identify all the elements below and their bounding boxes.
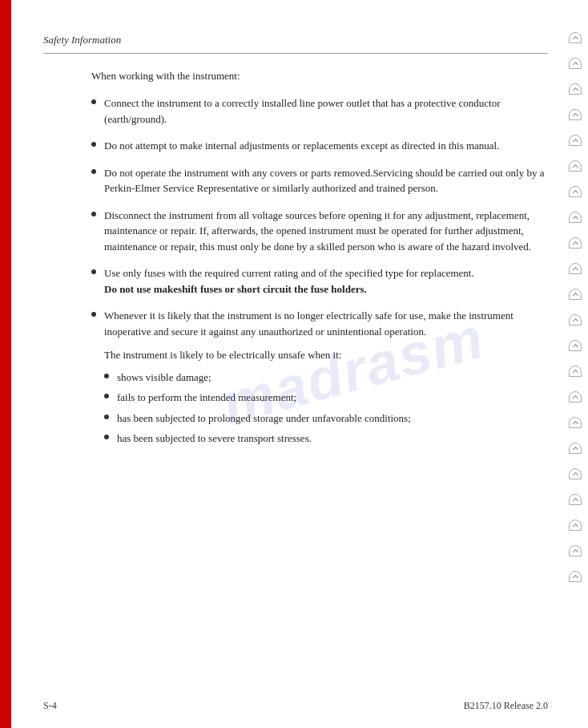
list-item: Disconnect the instrument from all volta… bbox=[91, 208, 548, 255]
bullet-text-4: Disconnect the instrument from all volta… bbox=[104, 208, 548, 255]
bullet-dot-4 bbox=[91, 212, 96, 216]
scroll-mark-20[interactable] bbox=[569, 520, 582, 531]
list-item: shows visible damage; bbox=[104, 370, 548, 386]
scroll-mark-22[interactable] bbox=[569, 571, 582, 582]
bullet-text-6-normal: Whenever it is likely that the instrumen… bbox=[104, 309, 513, 338]
page-container: Safety Information When working with the… bbox=[0, 0, 588, 728]
scroll-mark-13[interactable] bbox=[569, 340, 582, 351]
list-item: Use only fuses with the required current… bbox=[91, 265, 548, 297]
scroll-mark-8[interactable] bbox=[569, 212, 582, 223]
list-item: Do not attempt to make internal adjustme… bbox=[91, 138, 548, 154]
scroll-mark-9[interactable] bbox=[569, 237, 582, 249]
red-bar bbox=[0, 0, 11, 728]
footer-section: S-4 B2157.10 Release 2.0 bbox=[43, 700, 548, 712]
sub-bullet-dot-3 bbox=[104, 415, 109, 419]
scroll-mark-4[interactable] bbox=[569, 109, 582, 120]
bullet-text-5-bold: Do not use makeshift fuses or short circ… bbox=[104, 283, 367, 295]
sub-bullet-dot-4 bbox=[104, 435, 109, 439]
scroll-mark-10[interactable] bbox=[569, 263, 582, 274]
list-item: has been subjected to severe transport s… bbox=[104, 431, 548, 447]
page-content: Safety Information When working with the… bbox=[11, 0, 588, 728]
sub-bullet-list: shows visible damage; fails to perform t… bbox=[104, 370, 548, 447]
bullet-text-6: Whenever it is likely that the instrumen… bbox=[104, 308, 548, 451]
scroll-mark-15[interactable] bbox=[569, 391, 582, 402]
scroll-mark-3[interactable] bbox=[569, 83, 582, 95]
list-item: Do not operate the instrument with any c… bbox=[91, 165, 548, 196]
scroll-mark-1[interactable] bbox=[569, 32, 582, 43]
bullet-dot-6 bbox=[91, 312, 96, 317]
scroll-mark-6[interactable] bbox=[569, 160, 582, 172]
bullet-text-3: Do not operate the instrument with any c… bbox=[104, 165, 548, 196]
page-title: Safety Information bbox=[43, 34, 121, 46]
intro-text: When working with the instrument: bbox=[91, 70, 548, 83]
scroll-mark-2[interactable] bbox=[569, 58, 582, 69]
list-item: Connect the instrument to a correctly in… bbox=[91, 95, 548, 127]
sub-bullet-dot-1 bbox=[104, 374, 109, 378]
footer-right: B2157.10 Release 2.0 bbox=[464, 700, 548, 712]
sub-bullet-text-2: fails to perform the intended measuremen… bbox=[117, 390, 296, 406]
scroll-mark-16[interactable] bbox=[569, 417, 582, 428]
bullet-text-2: Do not attempt to make internal adjustme… bbox=[104, 138, 548, 154]
sub-bullet-dot-2 bbox=[104, 394, 109, 398]
header-section: Safety Information bbox=[43, 32, 548, 54]
scroll-mark-17[interactable] bbox=[569, 443, 582, 454]
list-item: Whenever it is likely that the instrumen… bbox=[91, 308, 548, 451]
bullet-text-5-normal: Use only fuses with the required current… bbox=[104, 267, 474, 279]
bullet-list: Connect the instrument to a correctly in… bbox=[91, 95, 548, 451]
sub-bullet-text-1: shows visible damage; bbox=[117, 370, 211, 386]
scroll-mark-14[interactable] bbox=[569, 366, 582, 377]
scroll-mark-5[interactable] bbox=[569, 135, 582, 146]
list-item: has been subjected to prolonged storage … bbox=[104, 411, 548, 427]
bullet-dot-3 bbox=[91, 169, 96, 174]
scroll-mark-11[interactable] bbox=[569, 289, 582, 300]
sub-intro: The instrument is likely to be electrica… bbox=[104, 347, 548, 363]
sub-bullet-text-3: has been subjected to prolonged storage … bbox=[117, 411, 411, 427]
bullet-dot-5 bbox=[91, 269, 96, 274]
bullet-dot-2 bbox=[91, 142, 96, 147]
scroll-mark-12[interactable] bbox=[569, 314, 582, 326]
bullet-text-1: Connect the instrument to a correctly in… bbox=[104, 95, 548, 127]
bullet-dot-1 bbox=[91, 99, 96, 104]
sub-bullet-text-4: has been subjected to severe transport s… bbox=[117, 431, 312, 447]
scroll-indicators bbox=[569, 32, 582, 696]
scroll-mark-18[interactable] bbox=[569, 468, 582, 479]
scroll-mark-21[interactable] bbox=[569, 545, 582, 556]
scroll-mark-7[interactable] bbox=[569, 186, 582, 197]
sub-section: The instrument is likely to be electrica… bbox=[104, 347, 548, 447]
list-item: fails to perform the intended measuremen… bbox=[104, 390, 548, 406]
footer-left: S-4 bbox=[43, 700, 57, 712]
bullet-text-5: Use only fuses with the required current… bbox=[104, 265, 548, 297]
scroll-mark-19[interactable] bbox=[569, 494, 582, 505]
